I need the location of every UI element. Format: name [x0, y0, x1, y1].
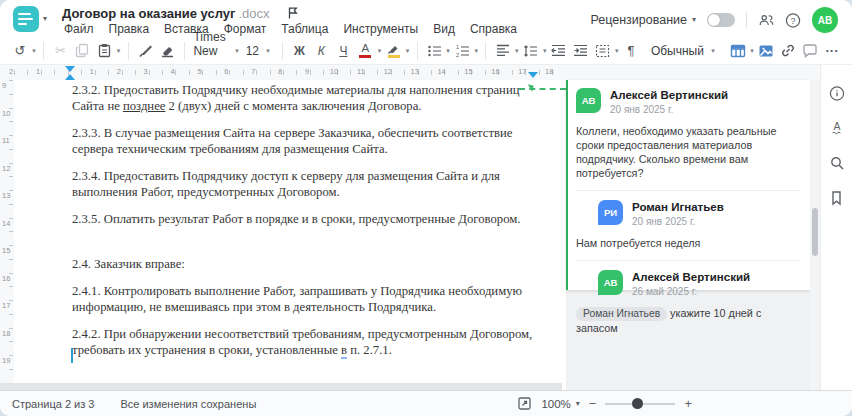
insert-comment-icon[interactable] — [800, 39, 820, 63]
first-line-indent-marker[interactable] — [65, 66, 75, 72]
help-icon[interactable]: ? — [785, 12, 801, 28]
menu-item[interactable]: Правка — [107, 21, 152, 37]
bookmark-icon[interactable] — [829, 190, 845, 206]
comment-thread[interactable]: АВ Алексей Вертинский 20 янв 2025 г. Кол… — [566, 80, 810, 290]
fit-page-icon[interactable] — [516, 396, 532, 412]
font-size-select[interactable]: 12 ▾ — [244, 44, 275, 58]
decrease-indent-icon[interactable] — [549, 39, 569, 63]
ruler-number: 17 — [518, 67, 526, 76]
ruler-number: 2 — [9, 67, 13, 76]
save-status: Все изменения сохранены — [120, 398, 256, 410]
paste-caret-icon[interactable]: ▾ — [117, 47, 121, 55]
ruler-number: 2 — [117, 67, 121, 76]
insert-image-icon[interactable] — [756, 39, 776, 63]
v-ruler[interactable]: 91011121314151617181920 — [0, 80, 14, 383]
font-color-button[interactable]: А — [355, 39, 375, 63]
ruler-number: 3 — [144, 67, 148, 76]
ruler-number: 14 — [2, 219, 10, 228]
document-title: Договор на оказание услуг — [62, 6, 235, 21]
paragraph-settings-caret-icon[interactable]: ▾ — [615, 47, 619, 55]
spellcheck-icon[interactable]: А — [829, 120, 845, 136]
bullet-list-icon[interactable] — [424, 39, 444, 63]
ruler-number: 7 — [251, 67, 255, 76]
align-caret-icon[interactable]: ▾ — [515, 47, 519, 55]
format-painter-icon[interactable] — [135, 39, 155, 63]
menu-item[interactable]: Инструменты — [341, 21, 420, 37]
menu-item[interactable]: Вид — [431, 21, 457, 37]
info-icon[interactable] — [829, 85, 845, 101]
highlight-caret-icon[interactable]: ▾ — [406, 47, 410, 55]
ruler-number: 12 — [2, 164, 10, 173]
ruler-number: 11 — [2, 136, 10, 145]
comment[interactable]: АВ Алексей Вертинский 26 май 2025 г. — [576, 270, 800, 297]
line-spacing-caret-icon[interactable]: ▾ — [543, 47, 547, 55]
app-menu-caret-icon[interactable]: ▾ — [43, 15, 47, 23]
italic-button[interactable]: К — [311, 39, 331, 63]
undo-caret-icon[interactable]: ▾ — [32, 47, 36, 55]
cut-button[interactable]: ✂ — [51, 39, 71, 63]
copy-button[interactable] — [73, 39, 93, 63]
ruler-number: 1 — [90, 67, 94, 76]
clear-format-icon[interactable] — [157, 39, 177, 63]
zoom-value: 100% — [541, 398, 570, 410]
scrollbar-thumb[interactable] — [812, 208, 818, 256]
insert-link-icon[interactable] — [778, 39, 798, 63]
more-tools-button[interactable]: ··· — [822, 39, 842, 63]
undo-button[interactable]: ↺ — [10, 39, 30, 63]
align-left-icon[interactable] — [493, 39, 513, 63]
comment-anchor-line — [519, 88, 566, 90]
collaborators-icon[interactable] — [758, 12, 774, 28]
scrollbar[interactable] — [810, 80, 820, 390]
pilcrow-icon[interactable]: ¶ — [621, 39, 641, 63]
document-page[interactable]: 2.3.2. Предоставить Подрядчику необходим… — [14, 80, 562, 383]
review-mode-select[interactable]: Рецензирование ▾ — [590, 13, 696, 27]
zoom-slider-knob[interactable] — [632, 398, 643, 409]
page-indicator: Страница 2 из 3 — [12, 398, 94, 410]
right-indent-marker[interactable] — [528, 72, 538, 78]
font-color-caret-icon[interactable]: ▾ — [377, 47, 381, 55]
menu-item[interactable]: Справка — [468, 21, 519, 37]
numbered-list-icon[interactable]: 12 — [452, 39, 472, 63]
user-avatar[interactable]: АВ — [812, 7, 838, 33]
chevron-down-icon: ▾ — [692, 16, 696, 24]
line-spacing-icon[interactable] — [521, 39, 541, 63]
chevron-down-icon: ▾ — [708, 47, 718, 55]
ruler-number: 5 — [197, 67, 201, 76]
ruler-number: 19 — [2, 356, 10, 365]
paragraph-style-select[interactable]: Обычный ▾ — [649, 44, 720, 58]
mention-pill[interactable]: Роман Игнатьев — [576, 307, 667, 321]
paste-button[interactable] — [95, 39, 115, 63]
svg-text:2: 2 — [456, 52, 459, 58]
zoom-in-button[interactable]: + — [684, 397, 692, 410]
flag-icon[interactable] — [285, 5, 301, 21]
ruler-number: 10 — [330, 67, 338, 76]
menu-item[interactable]: Таблица — [279, 21, 330, 37]
bullet-list-caret-icon[interactable]: ▾ — [446, 47, 450, 55]
ruler-number: 13 — [411, 67, 419, 76]
paragraph: 2.3.2. Предоставить Подрядчику необходим… — [72, 82, 536, 114]
h-ruler[interactable]: 21123456789101112131415161718 — [0, 65, 820, 80]
document-text[interactable]: 2.3.2. Предоставить Подрядчику необходим… — [72, 82, 536, 369]
insert-table-icon[interactable] — [728, 39, 748, 63]
insert-table-caret-icon[interactable]: ▾ — [750, 47, 754, 55]
zoom-slider[interactable] — [605, 403, 675, 405]
numbered-list-caret-icon[interactable]: ▾ — [474, 47, 478, 55]
ruler-number: 10 — [2, 109, 10, 118]
zoom-select[interactable]: 100% ▾ — [541, 398, 579, 410]
right-sidebar: А — [820, 65, 852, 390]
review-mode-label: Рецензирование — [590, 13, 687, 27]
comment[interactable]: РИ Роман Игнатьев 20 янв 2025 г. — [576, 200, 800, 227]
ruler-number: 18 — [2, 329, 10, 338]
zoom-out-button[interactable]: − — [589, 397, 597, 410]
app-logo[interactable] — [13, 6, 39, 32]
search-icon[interactable] — [829, 155, 845, 171]
ruler-number: 1 — [36, 67, 40, 76]
bold-button[interactable]: Ж — [289, 39, 309, 63]
paragraph-settings-icon[interactable] — [593, 39, 613, 63]
comment[interactable]: АВ Алексей Вертинский 20 янв 2025 г. — [576, 88, 800, 115]
menu-item[interactable]: Файл — [62, 21, 96, 37]
increase-indent-icon[interactable] — [571, 39, 591, 63]
underline-button[interactable]: Ч — [333, 39, 353, 63]
review-toggle[interactable] — [707, 13, 735, 27]
highlight-button[interactable] — [384, 39, 404, 63]
